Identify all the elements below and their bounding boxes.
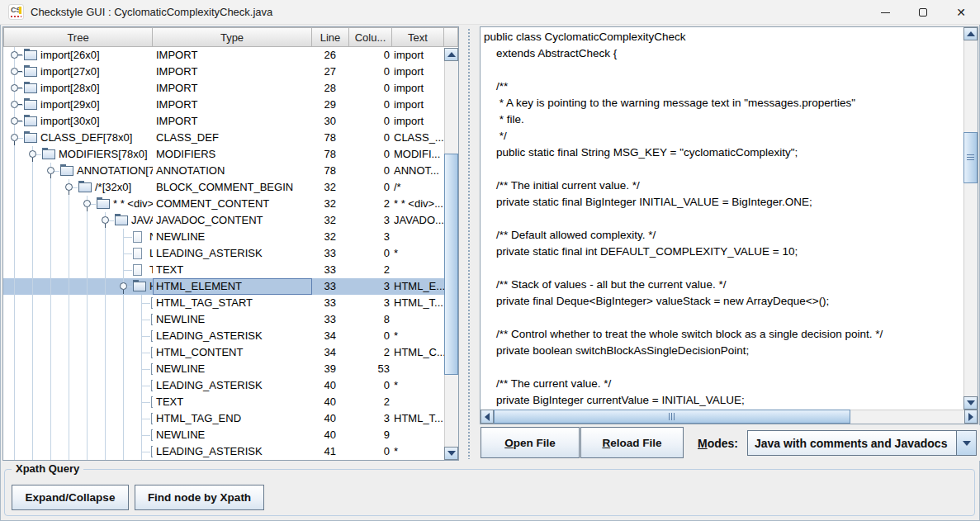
table-row[interactable]: import[30x0]IMPORT300import (3, 113, 444, 130)
expand-handle-icon[interactable] (11, 68, 18, 75)
text-cell[interactable]: MODIFI... (392, 146, 444, 163)
line-cell[interactable]: 33 (312, 262, 349, 278)
line-cell[interactable]: 32 (312, 212, 349, 229)
tree-cell[interactable]: HTML_TAG_END (3, 410, 153, 427)
type-cell[interactable]: JAVADOC_CONTENT (153, 212, 312, 229)
tree-cell[interactable]: CLASS_DEF[78x0] (3, 130, 153, 146)
line-cell[interactable]: 27 (312, 64, 349, 80)
text-cell[interactable]: ANNOT... (392, 163, 444, 179)
close-button[interactable]: ✕ (942, 0, 980, 25)
type-cell[interactable]: TEXT (153, 394, 312, 410)
column-cell[interactable]: 0 (349, 245, 392, 262)
table-row[interactable]: TEXTTEXT402 (3, 394, 444, 410)
collapse-handle-icon[interactable] (65, 183, 73, 191)
type-cell[interactable]: IMPORT (153, 47, 312, 64)
text-cell[interactable]: * (392, 377, 444, 394)
column-cell[interactable]: 0 (349, 80, 392, 97)
type-cell[interactable]: HTML_CONTENT (153, 344, 312, 361)
column-cell[interactable]: 2 (349, 262, 392, 278)
collapse-handle-icon[interactable] (47, 167, 54, 174)
table-row[interactable]: NEWLINENEWLINE338 (3, 311, 444, 328)
text-cell[interactable]: HTML_T... (392, 295, 444, 311)
type-cell[interactable]: IMPORT (153, 80, 312, 97)
scroll-up-button[interactable] (444, 48, 458, 61)
table-row[interactable]: HTML_CONTENTHTML_CONTENT342HTML_C... (3, 344, 444, 361)
text-cell[interactable]: * * <div>... (392, 196, 444, 212)
line-cell[interactable]: 30 (312, 113, 349, 130)
text-cell[interactable] (392, 427, 444, 443)
code-vertical-scrollbar[interactable] (963, 27, 978, 410)
tree-cell[interactable]: import[29x0] (3, 97, 153, 113)
tree-cell[interactable]: HTML_TAG_START (3, 295, 153, 311)
text-cell[interactable] (392, 262, 444, 278)
collapse-handle-icon[interactable] (83, 200, 91, 207)
column-cell[interactable]: 3 (349, 229, 392, 245)
column-cell[interactable]: 0 (349, 146, 392, 163)
column-cell[interactable]: 0 (349, 113, 392, 130)
column-cell[interactable]: 0 (349, 130, 392, 146)
table-row[interactable]: LEADING_ASTERISKLEADING_ASTERISK340* (3, 328, 444, 344)
text-cell[interactable] (392, 311, 444, 328)
line-cell[interactable]: 40 (312, 427, 349, 443)
type-cell[interactable]: HTML_TAG_END (153, 410, 312, 427)
type-cell[interactable]: LEADING_ASTERISK (153, 245, 312, 262)
tree-cell[interactable]: LEADING_ASTERISK (3, 328, 153, 344)
column-cell[interactable]: 0 (349, 64, 392, 80)
tree-cell[interactable]: NEWLINE (3, 361, 153, 377)
type-cell[interactable]: LEADING_ASTERISK (153, 377, 312, 394)
line-cell[interactable]: 40 (312, 394, 349, 410)
table-row[interactable]: /*[32x0]BLOCK_COMMENT_BEGIN320/* (3, 179, 444, 196)
type-cell[interactable]: LEADING_ASTERISK (153, 443, 312, 460)
scroll-up-button[interactable] (963, 27, 978, 40)
type-cell[interactable]: IMPORT (153, 113, 312, 130)
scroll-thumb[interactable] (494, 410, 850, 424)
type-cell[interactable]: HTML_TAG_START (153, 295, 312, 311)
type-cell[interactable]: NEWLINE (153, 361, 312, 377)
line-cell[interactable]: 34 (312, 344, 349, 361)
text-cell[interactable]: JAVADO... (392, 212, 444, 229)
expand-handle-icon[interactable] (11, 51, 18, 59)
parse-mode-combobox[interactable]: Java with comments and Javadocs (747, 430, 977, 456)
type-cell[interactable]: TEXT (153, 262, 312, 278)
column-cell[interactable]: 3 (349, 212, 392, 229)
text-cell[interactable]: * (392, 245, 444, 262)
line-cell[interactable]: 33 (312, 278, 349, 295)
tree-cell[interactable]: TEXT (3, 262, 153, 278)
collapse-handle-icon[interactable] (11, 134, 18, 141)
scroll-thumb[interactable] (963, 132, 978, 183)
type-cell[interactable]: IMPORT (153, 97, 312, 113)
line-cell[interactable]: 33 (312, 311, 349, 328)
tree-cell[interactable]: MODIFIERS[78x0] (3, 146, 153, 163)
scroll-down-button[interactable] (963, 396, 978, 410)
column-cell[interactable]: 53 (349, 361, 392, 377)
column-cell[interactable]: 2 (349, 196, 392, 212)
text-cell[interactable]: import (392, 113, 444, 130)
column-header-type[interactable]: Type (153, 27, 312, 47)
source-code-text[interactable]: public class CyclomaticComplexityCheck e… (481, 27, 963, 410)
type-cell[interactable]: CLASS_DEF (153, 130, 312, 146)
scroll-right-button[interactable] (964, 410, 978, 424)
split-pane-divider[interactable] (462, 26, 476, 461)
text-cell[interactable] (392, 361, 444, 377)
line-cell[interactable]: 26 (312, 47, 349, 64)
type-cell[interactable]: BLOCK_COMMENT_BEGIN (153, 179, 312, 196)
expand-collapse-button[interactable]: Expand/Collapse (12, 485, 129, 510)
type-cell[interactable]: NEWLINE (153, 229, 312, 245)
line-cell[interactable]: 40 (312, 377, 349, 394)
type-cell[interactable]: MODIFIERS (153, 146, 312, 163)
table-row[interactable]: MODIFIERS[78x0]MODIFIERS780MODIFI... (3, 146, 444, 163)
text-cell[interactable]: HTML_E... (392, 278, 444, 295)
table-row[interactable]: LEADING_ASTERISKLEADING_ASTERISK400* (3, 377, 444, 394)
find-node-by-xpath-button[interactable]: Find node by Xpath (135, 485, 264, 510)
line-cell[interactable]: 39 (312, 361, 349, 377)
line-cell[interactable]: 78 (312, 146, 349, 163)
column-header-column[interactable]: Colu... (349, 27, 392, 47)
tree-cell[interactable]: /*[32x0] (3, 179, 153, 196)
column-cell[interactable]: 0 (349, 163, 392, 179)
table-row[interactable]: import[29x0]IMPORT290import (3, 97, 444, 113)
tree-cell[interactable]: import[30x0] (3, 113, 153, 130)
column-cell[interactable]: 2 (349, 394, 392, 410)
text-cell[interactable] (392, 229, 444, 245)
line-cell[interactable]: 28 (312, 80, 349, 97)
tree-cell[interactable]: LEADING_ASTERISK (3, 377, 153, 394)
